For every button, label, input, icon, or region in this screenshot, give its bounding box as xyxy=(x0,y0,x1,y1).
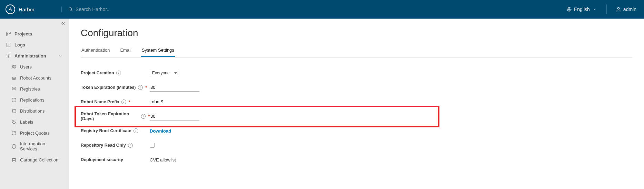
input-token-expiration[interactable] xyxy=(150,83,199,92)
top-right: English admin xyxy=(564,4,638,14)
divider xyxy=(606,4,607,14)
robot-icon xyxy=(11,75,17,81)
tab-system-settings[interactable]: System Settings xyxy=(141,45,175,57)
sidebar-item-labels[interactable]: Labels xyxy=(0,116,69,127)
row-robot-token-expiration: Robot Token Expiration (Days) i * xyxy=(81,109,219,124)
sidebar-item-label: Replications xyxy=(20,97,44,103)
shield-icon xyxy=(11,144,17,149)
search-input[interactable] xyxy=(76,7,165,12)
sidebar-item-label: Users xyxy=(20,64,32,70)
svg-point-20 xyxy=(14,109,16,110)
info-icon[interactable]: i xyxy=(138,85,143,90)
row-repo-read-only: Repository Read Only i xyxy=(81,138,632,153)
user-icon xyxy=(616,7,621,12)
label-repo-read-only: Repository Read Only xyxy=(81,143,126,148)
svg-point-0 xyxy=(69,8,72,10)
brand-name: Harbor xyxy=(19,7,34,12)
input-robot-token-expiration[interactable] xyxy=(150,112,199,120)
row-deployment-security: Deployment security CVE allowlist xyxy=(81,153,632,167)
distributions-icon xyxy=(11,108,17,114)
label-robot-name-prefix: Robot Name Prefix xyxy=(81,99,119,104)
svg-point-15 xyxy=(13,78,13,78)
info-icon[interactable]: i xyxy=(128,143,133,148)
sidebar-item-label: Administration xyxy=(14,53,46,59)
chevron-down-icon xyxy=(58,53,63,59)
language-switcher[interactable]: English xyxy=(564,7,600,12)
select-project-creation[interactable]: Everyone xyxy=(150,69,179,77)
svg-point-11 xyxy=(8,55,9,56)
row-registry-root-cert: Registry Root Certificate i Download xyxy=(81,124,632,138)
sidebar-item-garbage-collection[interactable]: Garbage Collection xyxy=(0,154,69,165)
select-value: Everyone xyxy=(152,71,170,75)
svg-point-13 xyxy=(14,65,16,66)
sidebar-item-distributions[interactable]: Distributions xyxy=(0,105,69,116)
svg-rect-6 xyxy=(6,34,8,35)
users-icon xyxy=(11,64,17,70)
language-label: English xyxy=(574,7,590,12)
tab-authentication[interactable]: Authentication xyxy=(81,45,110,57)
sidebar-item-label: Project Quotas xyxy=(20,130,50,136)
required-mark: * xyxy=(146,85,147,90)
svg-point-16 xyxy=(14,78,15,78)
sidebar-item-logs[interactable]: Logs xyxy=(0,39,69,50)
trash-icon xyxy=(11,157,17,162)
sidebar-item-robot-accounts[interactable]: Robot Accounts xyxy=(0,72,69,83)
user-menu[interactable]: admin xyxy=(614,7,638,12)
brand-area[interactable]: Harbor xyxy=(6,4,57,14)
search-icon xyxy=(68,7,73,12)
label-project-creation: Project Creation xyxy=(81,71,114,75)
checkbox-repo-read-only[interactable] xyxy=(150,143,155,148)
search-area xyxy=(61,7,564,12)
info-icon[interactable]: i xyxy=(116,71,121,75)
download-link[interactable]: Download xyxy=(150,128,171,134)
sidebar-item-label: Logs xyxy=(14,42,25,48)
sidebar-item-label: Registries xyxy=(20,86,40,92)
tabs: Authentication Email System Settings xyxy=(81,45,632,57)
info-icon[interactable]: i xyxy=(133,128,138,133)
sidebar-item-label: Distributions xyxy=(20,108,45,114)
sidebar: Projects Logs Administration Users Robot… xyxy=(0,19,69,189)
sidebar-item-label: Garbage Collection xyxy=(20,157,58,162)
labels-icon xyxy=(11,119,17,125)
sidebar-item-administration[interactable]: Administration xyxy=(0,50,69,61)
sidebar-item-project-quotas[interactable]: Project Quotas xyxy=(0,127,69,138)
sidebar-item-interrogation-services[interactable]: Interrogation Services xyxy=(0,138,69,154)
row-robot-name-prefix: Robot Name Prefix i * xyxy=(81,95,632,109)
cve-allowlist-text: CVE allowlist xyxy=(150,157,176,162)
projects-icon xyxy=(6,31,11,36)
tab-email[interactable]: Email xyxy=(119,45,132,57)
chevron-down-icon xyxy=(174,72,177,74)
sidebar-item-label: Robot Accounts xyxy=(20,75,51,81)
info-icon[interactable]: i xyxy=(121,99,126,104)
replications-icon xyxy=(11,97,17,103)
sidebar-collapse-button[interactable] xyxy=(60,21,66,28)
sidebar-item-registries[interactable]: Registries xyxy=(0,83,69,94)
sidebar-item-users[interactable]: Users xyxy=(0,61,69,72)
svg-line-1 xyxy=(71,10,73,11)
user-label: admin xyxy=(623,7,636,12)
input-robot-name-prefix[interactable] xyxy=(150,98,199,106)
quotas-icon xyxy=(11,130,17,136)
row-token-expiration: Token Expiration (Minutes) i * xyxy=(81,80,632,95)
svg-point-22 xyxy=(14,112,16,113)
sidebar-item-label: Labels xyxy=(20,119,33,125)
administration-icon xyxy=(6,53,11,59)
label-token-expiration: Token Expiration (Minutes) xyxy=(81,85,136,90)
top-bar: Harbor English admin xyxy=(0,0,644,19)
info-icon[interactable]: i xyxy=(141,114,146,119)
main-content: Configuration Authentication Email Syste… xyxy=(69,19,644,189)
harbor-logo-icon xyxy=(6,4,15,14)
svg-point-3 xyxy=(617,8,619,9)
svg-point-21 xyxy=(12,112,13,113)
logs-icon xyxy=(6,42,11,48)
svg-point-19 xyxy=(12,109,13,110)
row-project-creation: Project Creation i Everyone xyxy=(81,66,632,80)
sidebar-item-replications[interactable]: Replications xyxy=(0,94,69,105)
globe-icon xyxy=(566,7,572,12)
svg-point-18 xyxy=(13,76,14,76)
svg-rect-4 xyxy=(6,32,8,33)
label-robot-token-expiration: Robot Token Expiration (Days) xyxy=(81,112,139,121)
sidebar-item-projects[interactable]: Projects xyxy=(0,28,69,39)
sidebar-item-label: Interrogation Services xyxy=(20,141,63,151)
required-mark: * xyxy=(129,100,130,104)
